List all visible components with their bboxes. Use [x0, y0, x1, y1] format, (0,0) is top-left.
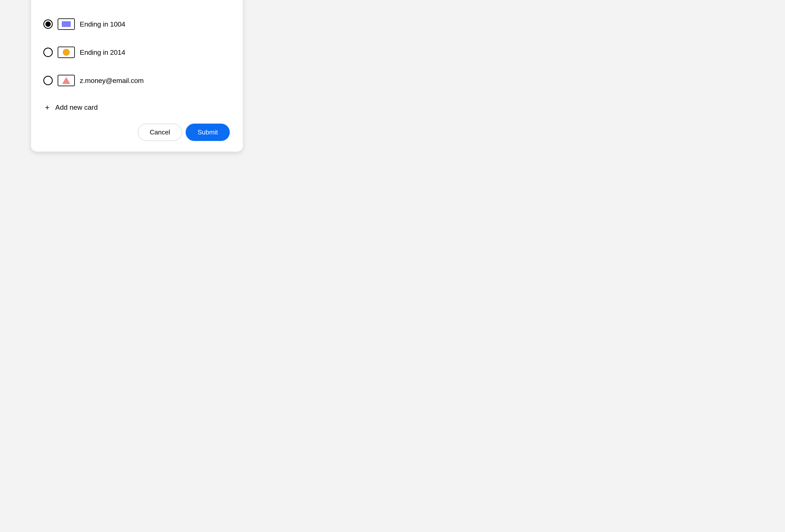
payment-method-list: Ending in 1004 Ending in 2014 z.money@em… — [43, 18, 231, 86]
radio-button-icon — [43, 76, 53, 85]
payment-option-0[interactable]: Ending in 1004 — [43, 18, 231, 30]
payment-option-label: Ending in 2014 — [80, 48, 125, 56]
radio-button-icon — [43, 48, 53, 57]
plus-icon: + — [45, 104, 49, 111]
card-triangle-icon — [58, 75, 75, 86]
submit-button[interactable]: Submit — [186, 124, 230, 141]
payment-option-2[interactable]: z.money@email.com — [43, 75, 231, 86]
card-circle-icon — [58, 47, 75, 58]
cancel-button[interactable]: Cancel — [138, 124, 182, 141]
payment-option-1[interactable]: Ending in 2014 — [43, 47, 231, 58]
payment-option-label: z.money@email.com — [80, 77, 144, 85]
card-rectangle-icon — [58, 18, 75, 30]
payment-method-card: Ending in 1004 Ending in 2014 z.money@em… — [31, 0, 243, 152]
dialog-button-row: Cancel Submit — [138, 124, 230, 141]
payment-option-label: Ending in 1004 — [80, 20, 125, 28]
radio-button-icon — [43, 19, 53, 29]
add-new-card-label: Add new card — [55, 103, 98, 111]
add-new-card-button[interactable]: + Add new card — [43, 103, 231, 111]
